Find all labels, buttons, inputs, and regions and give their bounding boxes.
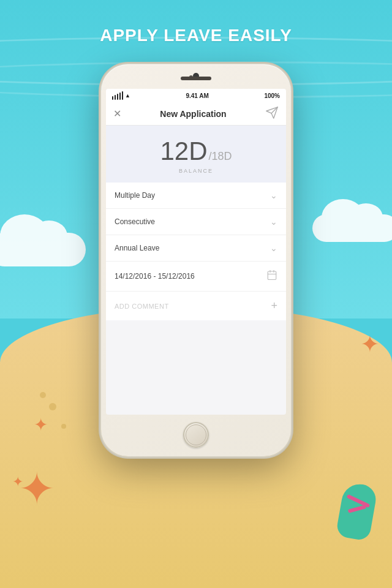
page-title: APPLY LEAVE EASILY [0,26,392,45]
signal-bars [112,91,123,100]
close-button[interactable]: ✕ [113,108,121,119]
nav-title: New Application [160,109,226,119]
annual-leave-label: Annual Leave [115,244,159,252]
bar3 [117,94,118,100]
comment-row[interactable]: ADD COMMENT + [106,292,286,320]
home-button[interactable] [183,422,209,448]
phone-screen: ▲ 9.41 AM 100% ✕ New Application [106,89,286,415]
flipflop-decoration [331,484,374,539]
sand-dot [40,392,46,398]
balance-total: /18D [209,150,232,163]
starfish-small2-icon: ✦ [12,474,23,490]
sand-dot [49,403,56,410]
nav-bar: ✕ New Application [106,102,286,126]
send-button[interactable] [265,106,279,122]
chevron-down-icon: ⌄ [270,217,277,227]
status-left: ▲ [112,91,130,100]
cloud-left [0,233,86,266]
bar1 [112,96,113,100]
svg-rect-2 [268,271,276,280]
bar4 [119,92,121,100]
wifi-icon: ▲ [125,92,130,99]
bar5 [122,91,123,100]
phone-speaker [181,77,211,80]
status-bar: ▲ 9.41 AM 100% [106,89,286,102]
cloud-right [312,214,392,242]
balance-main: 12D /18D [106,137,286,166]
status-time: 9.41 AM [186,92,208,99]
annual-leave-row[interactable]: Annual Leave ⌄ [106,235,286,262]
consecutive-row[interactable]: Consecutive ⌄ [106,209,286,235]
date-value: 14/12/2016 - 15/12/2016 [115,272,195,281]
bar2 [115,95,116,100]
calendar-icon [266,270,277,283]
date-row[interactable]: 14/12/2016 - 15/12/2016 [106,262,286,292]
multiple-day-label: Multiple Day [115,191,155,200]
chevron-down-icon: ⌄ [270,243,277,253]
form-content: Multiple Day ⌄ Consecutive ⌄ Annual Leav… [106,183,286,320]
phone-frame: ▲ 9.41 AM 100% ✕ New Application [101,64,291,456]
balance-label: BALANCE [106,168,286,174]
starfish-right-icon: ✦ [360,331,380,358]
add-comment-button[interactable]: + [271,300,277,312]
balance-days: 12D [160,137,207,166]
starfish-large-icon: ✦ [18,463,55,514]
starfish-small1-icon: ✦ [34,415,48,435]
phone-mockup: ▲ 9.41 AM 100% ✕ New Application [101,64,291,456]
comment-placeholder: ADD COMMENT [115,303,169,310]
balance-section: 12D /18D BALANCE [106,126,286,183]
battery-label: 100% [264,92,280,99]
sand-dot [61,424,66,429]
consecutive-label: Consecutive [115,217,155,226]
chevron-down-icon: ⌄ [270,190,277,200]
multiple-day-row[interactable]: Multiple Day ⌄ [106,183,286,209]
